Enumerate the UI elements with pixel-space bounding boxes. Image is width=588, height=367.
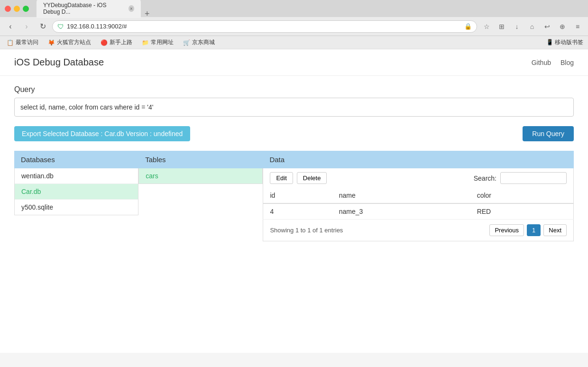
search-input[interactable] xyxy=(500,172,567,184)
query-section: Query xyxy=(14,85,574,117)
page-buttons: Previous 1 Next xyxy=(489,224,567,236)
common-icon: 📁 xyxy=(142,39,149,46)
refresh-button[interactable]: ↻ xyxy=(36,20,49,33)
bookmark-label: 新手上路 xyxy=(110,38,132,46)
close-button[interactable] xyxy=(5,6,11,12)
query-label: Query xyxy=(14,85,574,94)
shield-icon-2: 🔒 xyxy=(464,23,472,30)
toolbar-icons: ☆ ⊞ ↓ ⌂ ↩ ⊕ ≡ xyxy=(480,20,584,33)
data-table: id name color 4 name_3 RED xyxy=(263,188,574,220)
page-header: iOS Debug Database Github Blog xyxy=(0,49,588,76)
newuser-icon: 🔴 xyxy=(101,39,108,46)
cell-name: name_3 xyxy=(332,203,470,220)
home-icon[interactable]: ⌂ xyxy=(525,20,539,33)
databases-header: Databases xyxy=(14,151,138,168)
query-input[interactable] xyxy=(14,98,574,117)
databases-list: wentian.db Car.db y500.sqlite xyxy=(14,168,138,215)
bookmarks-bar: 📋 最常访问 🦊 火狐官方站点 🔴 新手上路 📁 常用网址 🛒 京东商城 📱 移… xyxy=(0,36,588,49)
pagination-info: Showing 1 to 1 of 1 entries xyxy=(270,227,343,234)
firefox-icon: 🦊 xyxy=(48,39,55,46)
bookmark-recent[interactable]: 📋 最常访问 xyxy=(5,37,40,47)
bookmark-label: 最常访问 xyxy=(16,38,38,46)
data-panel: Data Edit Delete Search: id name xyxy=(263,151,574,241)
extensions-icon[interactable]: ⊕ xyxy=(556,20,569,33)
table-header-row: id name color xyxy=(263,188,574,203)
bookmark-common[interactable]: 📁 常用网址 xyxy=(140,37,175,47)
jd-icon: 🛒 xyxy=(183,39,190,46)
delete-button[interactable]: Delete xyxy=(297,172,327,184)
cell-color: RED xyxy=(470,203,574,220)
search-label: Search: xyxy=(474,174,496,182)
tables-list: cars xyxy=(138,168,263,184)
databases-panel: Databases wentian.db Car.db y500.sqlite xyxy=(14,151,138,241)
bookmark-star-icon[interactable]: ☆ xyxy=(480,20,493,33)
tab-close-icon[interactable]: × xyxy=(129,5,134,12)
site-title: iOS Debug Database xyxy=(14,57,104,68)
run-query-button[interactable]: Run Query xyxy=(523,126,574,141)
github-link[interactable]: Github xyxy=(532,59,551,66)
pagination: Showing 1 to 1 of 1 entries Previous 1 N… xyxy=(263,220,574,241)
button-row: Export Selected Database : Car.db Versio… xyxy=(14,126,574,141)
bookmark-jd[interactable]: 🛒 京东商城 xyxy=(181,37,217,47)
table-row[interactable]: 4 name_3 RED xyxy=(263,203,574,220)
new-tab-button[interactable]: + xyxy=(141,9,154,18)
tables-header: Tables xyxy=(138,151,263,168)
browser-titlebar: YYDebugDatabase - iOS Debug D... × + xyxy=(0,0,588,17)
edit-button[interactable]: Edit xyxy=(270,172,293,184)
browser-toolbar: ‹ › ↻ 🛡 192.168.0.113:9002/# 🔒 ☆ ⊞ ↓ ⌂ ↩… xyxy=(0,17,588,36)
menu-icon[interactable]: ≡ xyxy=(571,20,584,33)
shield-icon: 🛡 xyxy=(57,23,64,30)
address-bar[interactable]: 🛡 192.168.0.113:9002/# 🔒 xyxy=(52,20,477,33)
forward-button[interactable]: › xyxy=(20,20,33,33)
db-item-cardb[interactable]: Car.db xyxy=(15,184,138,200)
header-links: Github Blog xyxy=(532,59,574,66)
download-icon[interactable]: ↓ xyxy=(510,20,524,33)
maximize-button[interactable] xyxy=(23,6,29,12)
tables-panel: Tables cars xyxy=(138,151,263,241)
db-item-wentian[interactable]: wentian.db xyxy=(15,168,138,184)
panels-container: Databases wentian.db Car.db y500.sqlite … xyxy=(14,151,574,241)
table-item-cars[interactable]: cars xyxy=(139,168,262,184)
page-content: iOS Debug Database Github Blog Query Exp… xyxy=(0,49,588,353)
bookmark-newuser[interactable]: 🔴 新手上路 xyxy=(99,37,134,47)
mobile-label: 移动版书签 xyxy=(555,39,583,46)
blog-link[interactable]: Blog xyxy=(560,59,574,66)
history-icon[interactable]: ↩ xyxy=(541,20,554,33)
previous-button[interactable]: Previous xyxy=(489,224,524,236)
recent-icon: 📋 xyxy=(7,39,14,46)
url-text: 192.168.0.113:9002/# xyxy=(67,23,461,30)
minimize-button[interactable] xyxy=(14,6,20,12)
next-button[interactable]: Next xyxy=(543,224,567,236)
bookmark-label: 京东商城 xyxy=(192,38,215,46)
col-name: name xyxy=(332,188,470,203)
tab-title: YYDebugDatabase - iOS Debug D... xyxy=(43,2,125,15)
mobile-bookmark[interactable]: 📱 移动版书签 xyxy=(546,38,583,46)
bookmark-firefox[interactable]: 🦊 火狐官方站点 xyxy=(46,37,93,47)
back-button[interactable]: ‹ xyxy=(4,20,17,33)
col-id: id xyxy=(263,188,332,203)
cell-id: 4 xyxy=(263,203,332,220)
mobile-icon: 📱 xyxy=(546,39,553,46)
data-header: Data xyxy=(263,151,574,168)
export-button[interactable]: Export Selected Database : Car.db Versio… xyxy=(14,126,190,141)
active-tab[interactable]: YYDebugDatabase - iOS Debug D... × xyxy=(37,0,141,18)
db-item-y500[interactable]: y500.sqlite xyxy=(15,200,138,215)
data-controls: Edit Delete Search: xyxy=(263,168,574,188)
bookmark-label: 常用网址 xyxy=(151,38,174,46)
bookmark-label: 火狐官方站点 xyxy=(57,38,91,46)
main-content: Query Export Selected Database : Car.db … xyxy=(0,76,588,251)
browser-frame: YYDebugDatabase - iOS Debug D... × + ‹ ›… xyxy=(0,0,588,353)
col-color: color xyxy=(470,188,574,203)
reader-icon[interactable]: ⊞ xyxy=(495,20,508,33)
current-page-button[interactable]: 1 xyxy=(527,224,541,236)
